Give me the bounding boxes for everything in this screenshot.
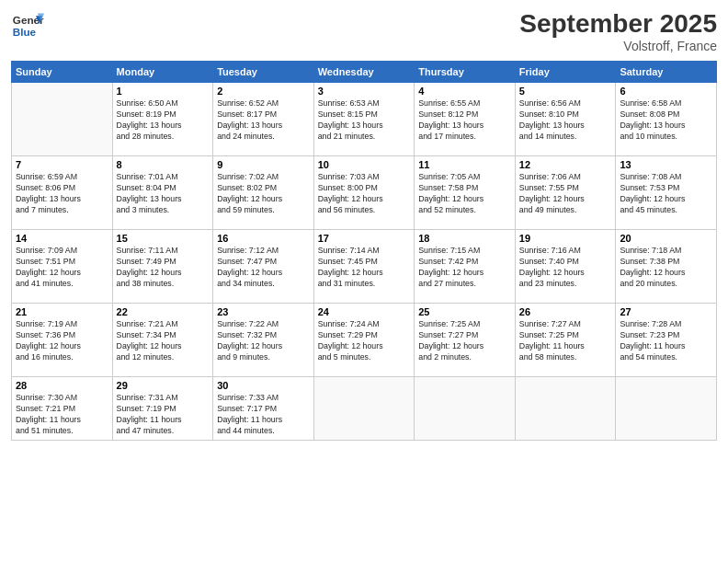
col-header-tue: Tuesday [213,62,314,83]
col-header-fri: Friday [515,62,616,83]
day-number: 13 [620,159,712,170]
day-info: Sunrise: 7:30 AM Sunset: 7:21 PM Dayligh… [16,393,108,437]
day-cell: 11Sunrise: 7:05 AM Sunset: 7:58 PM Dayli… [415,156,516,230]
header: General Blue September 2025 Volstroff, F… [11,9,717,53]
day-number: 15 [117,233,210,244]
day-cell: 16Sunrise: 7:12 AM Sunset: 7:47 PM Dayli… [213,230,314,304]
day-number: 27 [620,306,712,317]
subtitle: Volstroff, France [519,39,717,53]
col-header-sun: Sunday [12,62,113,83]
day-info: Sunrise: 7:14 AM Sunset: 7:45 PM Dayligh… [318,246,411,290]
logo-icon: General Blue [11,9,44,42]
day-number: 22 [117,306,210,317]
day-number: 4 [418,86,511,97]
day-number: 11 [418,159,511,170]
day-cell: 12Sunrise: 7:06 AM Sunset: 7:55 PM Dayli… [515,156,616,230]
day-cell: 27Sunrise: 7:28 AM Sunset: 7:23 PM Dayli… [616,304,717,377]
day-info: Sunrise: 7:11 AM Sunset: 7:49 PM Dayligh… [117,246,210,290]
day-cell: 13Sunrise: 7:08 AM Sunset: 7:53 PM Dayli… [616,156,717,230]
day-info: Sunrise: 7:33 AM Sunset: 7:17 PM Dayligh… [217,393,310,437]
day-info: Sunrise: 7:31 AM Sunset: 7:19 PM Dayligh… [117,393,210,437]
day-number: 10 [318,159,411,170]
day-number: 16 [217,233,310,244]
day-info: Sunrise: 6:50 AM Sunset: 8:19 PM Dayligh… [117,98,210,143]
day-cell: 6Sunrise: 6:58 AM Sunset: 8:08 PM Daylig… [616,83,717,156]
col-header-wed: Wednesday [313,62,415,83]
title-block: September 2025 Volstroff, France [519,9,717,53]
day-info: Sunrise: 7:12 AM Sunset: 7:47 PM Dayligh… [217,246,310,290]
week-row-0: 1Sunrise: 6:50 AM Sunset: 8:19 PM Daylig… [12,83,717,156]
day-cell: 2Sunrise: 6:52 AM Sunset: 8:17 PM Daylig… [213,83,314,156]
day-cell: 14Sunrise: 7:09 AM Sunset: 7:51 PM Dayli… [12,230,113,304]
day-info: Sunrise: 6:55 AM Sunset: 8:12 PM Dayligh… [418,98,511,143]
col-header-thu: Thursday [415,62,516,83]
calendar-table: Sunday Monday Tuesday Wednesday Thursday… [11,61,717,441]
day-info: Sunrise: 7:03 AM Sunset: 8:00 PM Dayligh… [318,172,411,216]
day-info: Sunrise: 7:19 AM Sunset: 7:36 PM Dayligh… [16,319,108,363]
day-cell: 25Sunrise: 7:25 AM Sunset: 7:27 PM Dayli… [415,304,516,377]
day-cell: 19Sunrise: 7:16 AM Sunset: 7:40 PM Dayli… [515,230,616,304]
day-cell: 26Sunrise: 7:27 AM Sunset: 7:25 PM Dayli… [515,304,616,377]
day-number: 28 [16,380,108,391]
day-info: Sunrise: 6:59 AM Sunset: 8:06 PM Dayligh… [16,172,108,216]
day-number: 8 [117,159,210,170]
day-info: Sunrise: 7:25 AM Sunset: 7:27 PM Dayligh… [418,319,511,363]
day-info: Sunrise: 7:06 AM Sunset: 7:55 PM Dayligh… [519,172,612,216]
day-info: Sunrise: 7:21 AM Sunset: 7:34 PM Dayligh… [117,319,210,363]
day-cell: 28Sunrise: 7:30 AM Sunset: 7:21 PM Dayli… [12,377,113,441]
day-info: Sunrise: 7:02 AM Sunset: 8:02 PM Dayligh… [217,172,310,216]
day-number: 25 [418,306,511,317]
day-number: 7 [16,159,108,170]
day-cell: 23Sunrise: 7:22 AM Sunset: 7:32 PM Dayli… [213,304,314,377]
day-number: 5 [519,86,612,97]
col-header-sat: Saturday [616,62,717,83]
day-cell: 30Sunrise: 7:33 AM Sunset: 7:17 PM Dayli… [213,377,314,441]
svg-text:Blue: Blue [13,26,37,38]
day-info: Sunrise: 6:58 AM Sunset: 8:08 PM Dayligh… [620,98,712,143]
day-number: 12 [519,159,612,170]
logo: General Blue [11,9,48,42]
day-cell: 8Sunrise: 7:01 AM Sunset: 8:04 PM Daylig… [112,156,213,230]
day-cell [616,377,717,441]
day-number: 2 [217,86,310,97]
day-number: 21 [16,306,108,317]
day-cell: 17Sunrise: 7:14 AM Sunset: 7:45 PM Dayli… [313,230,415,304]
day-cell: 24Sunrise: 7:24 AM Sunset: 7:29 PM Dayli… [313,304,415,377]
day-cell [415,377,516,441]
day-cell: 29Sunrise: 7:31 AM Sunset: 7:19 PM Dayli… [112,377,213,441]
day-number: 29 [117,380,210,391]
day-info: Sunrise: 7:18 AM Sunset: 7:38 PM Dayligh… [620,246,712,290]
day-cell: 3Sunrise: 6:53 AM Sunset: 8:15 PM Daylig… [313,83,415,156]
day-info: Sunrise: 7:28 AM Sunset: 7:23 PM Dayligh… [620,319,712,363]
day-cell [515,377,616,441]
day-info: Sunrise: 6:56 AM Sunset: 8:10 PM Dayligh… [519,98,612,143]
day-cell: 18Sunrise: 7:15 AM Sunset: 7:42 PM Dayli… [415,230,516,304]
day-number: 26 [519,306,612,317]
day-cell: 10Sunrise: 7:03 AM Sunset: 8:00 PM Dayli… [313,156,415,230]
day-number: 14 [16,233,108,244]
day-number: 23 [217,306,310,317]
day-number: 9 [217,159,310,170]
day-number: 1 [117,86,210,97]
week-row-2: 14Sunrise: 7:09 AM Sunset: 7:51 PM Dayli… [12,230,717,304]
day-info: Sunrise: 7:15 AM Sunset: 7:42 PM Dayligh… [418,246,511,290]
day-number: 30 [217,380,310,391]
day-cell: 7Sunrise: 6:59 AM Sunset: 8:06 PM Daylig… [12,156,113,230]
week-row-4: 28Sunrise: 7:30 AM Sunset: 7:21 PM Dayli… [12,377,717,441]
page: General Blue September 2025 Volstroff, F… [0,0,728,563]
day-info: Sunrise: 7:01 AM Sunset: 8:04 PM Dayligh… [117,172,210,216]
week-row-1: 7Sunrise: 6:59 AM Sunset: 8:06 PM Daylig… [12,156,717,230]
day-cell: 20Sunrise: 7:18 AM Sunset: 7:38 PM Dayli… [616,230,717,304]
day-cell: 15Sunrise: 7:11 AM Sunset: 7:49 PM Dayli… [112,230,213,304]
day-cell: 9Sunrise: 7:02 AM Sunset: 8:02 PM Daylig… [213,156,314,230]
day-cell [313,377,415,441]
day-number: 24 [318,306,411,317]
day-number: 20 [620,233,712,244]
day-info: Sunrise: 7:27 AM Sunset: 7:25 PM Dayligh… [519,319,612,363]
day-cell [12,83,113,156]
day-info: Sunrise: 7:08 AM Sunset: 7:53 PM Dayligh… [620,172,712,216]
day-cell: 1Sunrise: 6:50 AM Sunset: 8:19 PM Daylig… [112,83,213,156]
month-title: September 2025 [519,9,717,39]
col-header-mon: Monday [112,62,213,83]
day-number: 3 [318,86,411,97]
